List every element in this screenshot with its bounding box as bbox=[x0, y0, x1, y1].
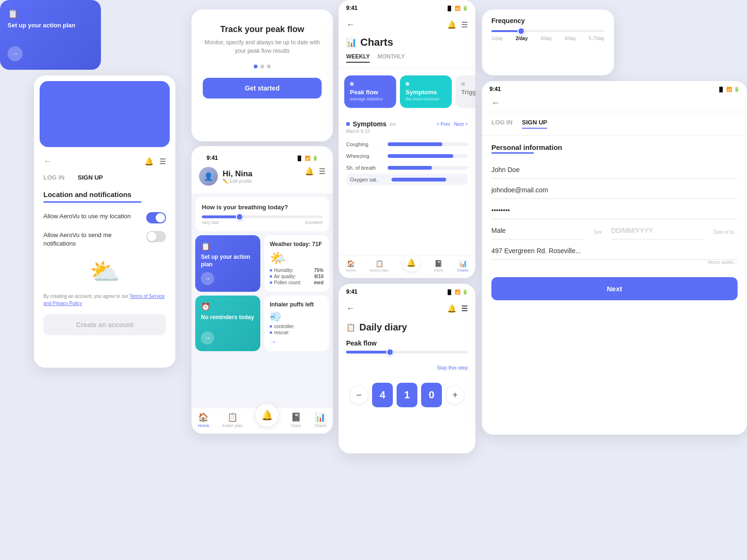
time: 9:41 bbox=[207, 155, 218, 161]
status-icons: ▐▌ 📶 🔋 bbox=[296, 156, 318, 161]
frequency-screen: Frequency 1/day 2/day 3/day 4/day 5-7/da… bbox=[482, 9, 614, 75]
bell-icon[interactable]: 🔔 bbox=[305, 167, 314, 176]
nav-diary[interactable]: 📓 Diary bbox=[291, 412, 301, 428]
name-field bbox=[482, 161, 747, 181]
signup-tab[interactable]: SIGN UP bbox=[78, 174, 103, 181]
menu-icon[interactable]: ☰ bbox=[461, 304, 468, 313]
user-info: 👤 Hi, Nina ✏️ Edit profile bbox=[199, 167, 252, 186]
back-button[interactable]: ← bbox=[346, 304, 355, 313]
nav-charts[interactable]: 📊 Charts bbox=[314, 412, 327, 428]
freq-1[interactable]: 1/day bbox=[491, 36, 503, 41]
weekly-tab[interactable]: WEEKLY bbox=[346, 53, 370, 63]
diary-icon: 📋 bbox=[346, 323, 356, 332]
breathing-slider[interactable] bbox=[202, 215, 323, 218]
section-underline bbox=[43, 201, 141, 203]
header-icons: 🔔 ☰ bbox=[447, 304, 468, 313]
monthly-tab[interactable]: MONTHLY bbox=[377, 53, 405, 63]
nav-home[interactable]: 🏠 Home bbox=[198, 412, 209, 428]
freq-4[interactable]: 4/day bbox=[564, 36, 576, 41]
action-arrow[interactable]: → bbox=[8, 46, 23, 61]
increase-button[interactable]: + bbox=[446, 386, 465, 404]
frequency-slider[interactable] bbox=[491, 30, 605, 32]
freq-3[interactable]: 3/day bbox=[540, 36, 552, 41]
dot-2 bbox=[260, 65, 264, 68]
edit-profile[interactable]: ✏️ Edit profile bbox=[223, 179, 252, 184]
dob-input[interactable] bbox=[611, 222, 704, 239]
freq-2[interactable]: 2/day bbox=[515, 36, 528, 41]
chart-avg: avr bbox=[390, 122, 396, 127]
dob-hint: Date of bi... bbox=[714, 230, 738, 239]
personal-info-title: Personal information bbox=[482, 136, 747, 152]
next-button[interactable]: Next bbox=[491, 277, 738, 300]
peak-flow-slider[interactable] bbox=[346, 351, 468, 354]
chart-period: March 9-15 bbox=[346, 129, 468, 134]
frequency-title: Frequency bbox=[491, 17, 605, 25]
login-tab[interactable]: LOG IN bbox=[43, 174, 65, 181]
bottom-nav: 🏠 Home 📋 Action plan 🔔 📓 Diary 📊 Charts bbox=[339, 255, 475, 278]
status-bar: 9:41 ▐▌ 📶 🔋 bbox=[482, 81, 747, 94]
address-input[interactable] bbox=[491, 242, 738, 260]
time: 9:41 bbox=[490, 86, 501, 92]
menu-icon[interactable]: ☰ bbox=[159, 157, 166, 166]
cloud-mascot: ⛅ bbox=[43, 257, 166, 286]
back-button[interactable]: ← bbox=[43, 156, 52, 166]
action-icon: 📋 bbox=[8, 8, 93, 19]
auth-tabs: LOG IN SIGN UP bbox=[482, 112, 747, 136]
gender-input[interactable] bbox=[491, 222, 584, 239]
password-input[interactable] bbox=[491, 202, 738, 219]
back-button[interactable]: ← bbox=[491, 98, 500, 108]
location-label: Allow AeroVu to use my location bbox=[43, 212, 131, 221]
chart-label-row: Symptoms avr bbox=[346, 120, 396, 128]
get-started-button[interactable]: Get started bbox=[203, 78, 322, 99]
bell-icon[interactable]: 🔔 bbox=[447, 20, 456, 29]
chart-header: Symptoms avr < Prev Next > bbox=[346, 120, 468, 128]
nav-center-bell[interactable]: 🔔 bbox=[256, 404, 278, 427]
cat-dot bbox=[461, 82, 465, 86]
email-input[interactable] bbox=[491, 181, 738, 199]
bell-icon[interactable]: 🔔 bbox=[144, 157, 154, 166]
nav-charts[interactable]: 📊 Charts bbox=[457, 260, 468, 272]
status-bar: 9:41 ▐▌ 📶 🔋 bbox=[339, 0, 475, 13]
dot-1 bbox=[254, 65, 257, 68]
nav-action-plan[interactable]: 📋 Action plan bbox=[222, 412, 243, 428]
time: 9:41 bbox=[346, 288, 357, 295]
reminders-arrow[interactable]: → bbox=[201, 331, 214, 345]
decrease-button[interactable]: − bbox=[349, 386, 368, 404]
status-bar: 9:41 ▐▌ 📶 🔋 bbox=[191, 146, 333, 163]
peak-flow-category[interactable]: Peak flow average statistics bbox=[344, 75, 396, 108]
action-arrow[interactable]: → bbox=[201, 272, 214, 285]
prev-button[interactable]: < Prev bbox=[437, 122, 450, 127]
wifi-icon: 📶 bbox=[305, 156, 310, 161]
nav-bell-center[interactable]: 🔔 bbox=[403, 255, 420, 272]
bell-icon[interactable]: 🔔 bbox=[447, 304, 456, 313]
location-toggle[interactable] bbox=[146, 212, 166, 223]
menu-icon[interactable]: ☰ bbox=[319, 167, 325, 176]
nav-diary[interactable]: 📓 Diary bbox=[434, 260, 443, 272]
battery-icon: 🔋 bbox=[462, 6, 468, 11]
skip-link[interactable]: Skip this step bbox=[437, 365, 468, 371]
signup-tab[interactable]: SIGN UP bbox=[522, 119, 547, 129]
breathing-title: How is your breathing today? bbox=[202, 204, 323, 211]
login-tab[interactable]: LOG IN bbox=[491, 119, 513, 129]
status-bar: 9:41 ▐▌ 📶 🔋 bbox=[339, 284, 475, 297]
peak-flow-section: Peak flow Skip this step bbox=[339, 339, 475, 378]
charts-icon: 📊 bbox=[346, 37, 357, 48]
nav-home[interactable]: 🏠 Home bbox=[346, 260, 356, 272]
inhaler-arrow[interactable]: → bbox=[270, 338, 324, 346]
freq-5-7[interactable]: 5-7/day bbox=[589, 36, 605, 41]
menu-icon[interactable]: ☰ bbox=[461, 20, 468, 29]
nav-action-plan[interactable]: 📋 Action plan bbox=[370, 260, 389, 272]
digit-4: 4 bbox=[372, 383, 393, 407]
peak-flow-title: Peak flow bbox=[350, 89, 390, 96]
back-button[interactable]: ← bbox=[346, 20, 355, 30]
name-input[interactable] bbox=[491, 161, 738, 179]
decorative-top-banner bbox=[40, 81, 170, 147]
reminders-tile[interactable]: ⏰ No reminders today → bbox=[195, 296, 260, 351]
notifications-toggle[interactable] bbox=[146, 231, 166, 242]
action-plan-tile[interactable]: 📋 Set up your action plan → bbox=[195, 235, 260, 292]
symptoms-category[interactable]: Symptoms the most common bbox=[400, 75, 452, 108]
create-account-button[interactable]: Create an account bbox=[43, 314, 166, 335]
triggers-category[interactable]: Trigg... bbox=[456, 75, 475, 108]
charts-tabs: WEEKLY MONTHLY bbox=[339, 53, 475, 69]
next-button[interactable]: Next > bbox=[454, 122, 468, 127]
